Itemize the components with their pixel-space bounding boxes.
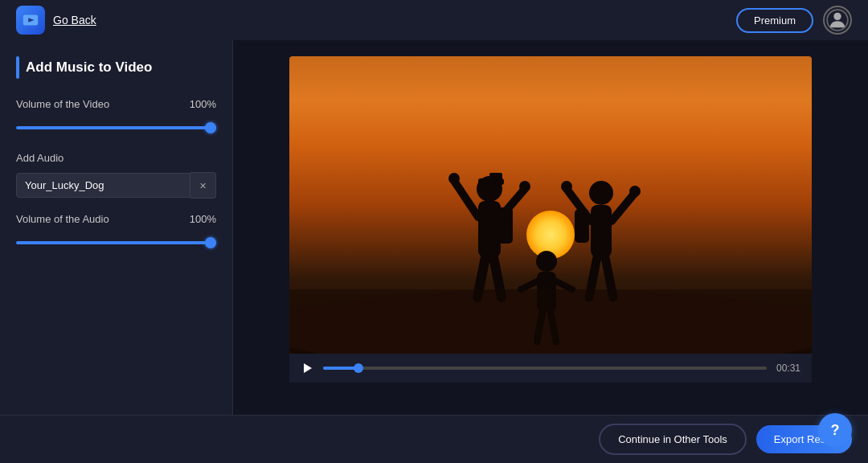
header-right: Premium	[736, 6, 852, 35]
svg-marker-33	[304, 363, 312, 373]
play-button[interactable]	[301, 362, 313, 375]
video-preview	[289, 56, 812, 354]
svg-rect-6	[478, 201, 501, 257]
volume-audio-value: 100%	[190, 213, 216, 225]
volume-video-value: 100%	[190, 98, 216, 110]
volume-audio-slider[interactable]	[16, 241, 216, 244]
audio-input-row: ×	[16, 172, 216, 199]
volume-video-slider[interactable]	[16, 126, 216, 129]
main-content: Add Music to Video Volume of the Video 1…	[0, 40, 868, 415]
svg-point-26	[536, 251, 557, 272]
svg-line-11	[454, 181, 478, 217]
audio-clear-button[interactable]: ×	[190, 172, 216, 199]
sidebar-title: Add Music to Video	[26, 59, 152, 76]
svg-point-2	[833, 13, 841, 20]
sidebar: Add Music to Video Volume of the Video 1…	[0, 40, 233, 415]
avatar[interactable]	[823, 6, 852, 35]
svg-point-13	[448, 173, 460, 184]
sidebar-accent-bar	[16, 56, 19, 79]
silhouettes	[289, 56, 812, 354]
svg-line-29	[556, 281, 572, 289]
svg-point-14	[519, 181, 530, 192]
header: Go Back Premium	[0, 0, 868, 40]
video-progress-track[interactable]	[323, 367, 767, 370]
volume-audio-label-row: Volume of the Audio 100%	[16, 213, 216, 225]
svg-rect-32	[289, 289, 812, 354]
video-progress-thumb	[354, 363, 363, 373]
video-area: 00:31	[233, 40, 868, 415]
volume-audio-label: Volume of the Audio	[16, 213, 109, 225]
app-icon	[16, 6, 45, 35]
svg-rect-9	[489, 173, 502, 181]
volume-video-label: Volume of the Video	[16, 98, 109, 110]
audio-filename-input[interactable]	[16, 173, 190, 198]
help-button[interactable]: ?	[818, 413, 852, 447]
svg-line-21	[612, 193, 635, 221]
volume-video-label-row: Volume of the Video 100%	[16, 98, 216, 110]
svg-point-23	[629, 186, 641, 197]
video-controls: 00:31	[289, 354, 812, 383]
svg-line-28	[521, 281, 537, 289]
video-preview-inner	[289, 56, 812, 354]
continue-other-tools-button[interactable]: Continue in Other Tools	[599, 424, 747, 455]
header-left: Go Back	[16, 6, 96, 35]
volume-video-slider-container	[16, 118, 216, 133]
svg-point-18	[589, 181, 613, 205]
premium-button[interactable]: Premium	[736, 8, 813, 33]
svg-point-22	[561, 181, 572, 192]
volume-audio-slider-container	[16, 233, 216, 248]
go-back-button[interactable]: Go Back	[53, 14, 96, 27]
add-audio-label: Add Audio	[16, 152, 216, 164]
svg-rect-17	[591, 205, 612, 257]
sidebar-title-wrapper: Add Music to Video	[16, 56, 216, 79]
bottom-bar: Continue in Other Tools Export Res...	[0, 415, 868, 463]
video-time-display: 00:31	[776, 363, 800, 374]
